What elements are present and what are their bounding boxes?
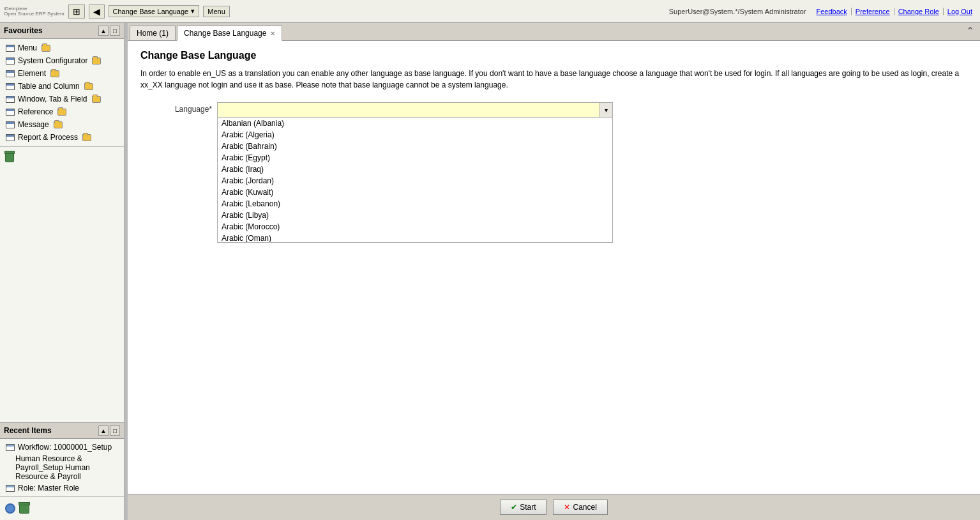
rp-folder-icon — [82, 133, 92, 142]
window-icon — [5, 56, 15, 65]
list-item[interactable]: Arabic (Oman) — [218, 233, 612, 242]
dropdown-arrow-icon: ▾ — [191, 7, 195, 15]
window-icon — [5, 82, 15, 91]
back-button[interactable]: ◀ — [89, 4, 105, 19]
sidebar-item-system-configurator[interactable]: System Configurator — [0, 54, 124, 67]
recent-item-payroll: Human Resource & Payroll_Setup Human Res… — [0, 453, 124, 482]
menu-button[interactable]: Menu — [203, 6, 230, 17]
favourites-collapse-btn[interactable]: ▲ — [98, 26, 109, 36]
page-description: In order to enable en_US as a translatio… — [140, 68, 967, 91]
list-item[interactable]: Arabic (Lebanon) — [218, 198, 612, 210]
content-area: Home (1) Change Base Language ✕ ⌃ Change… — [128, 23, 980, 520]
list-item[interactable]: Arabic (Jordan) — [218, 175, 612, 187]
list-item[interactable]: Arabic (Iraq) — [218, 164, 612, 175]
tab-home-label: Home (1) — [137, 29, 169, 38]
language-field: ▾ Albanian (Albania)Arabic (Algeria)Arab… — [217, 102, 613, 243]
tab-home[interactable]: Home (1) — [130, 26, 176, 40]
sidebar-item-menu[interactable]: Menu — [0, 42, 124, 54]
language-form-row: Language* ▾ Albanian (Albania)Arabic (Al… — [140, 102, 967, 243]
feedback-link[interactable]: Feedback — [813, 8, 852, 15]
start-label: Start — [520, 503, 536, 512]
list-item[interactable]: Albanian (Albania) — [218, 118, 612, 129]
role-icon — [5, 484, 15, 493]
start-check-icon: ✔ — [511, 503, 517, 512]
list-item[interactable]: Arabic (Algeria) — [218, 129, 612, 141]
topbar-right: SuperUser@System.*/System Administrator … — [669, 8, 976, 15]
menu-folder-icon — [41, 43, 51, 52]
sidebar-item-window-tab-field[interactable]: Window, Tab & Field — [0, 93, 124, 105]
recent-bottom-icons — [0, 500, 124, 517]
favourites-header: Favourites ▲ □ — [0, 23, 124, 39]
change-role-link[interactable]: Change Role — [894, 8, 944, 15]
page-content: Change Base Language In order to enable … — [128, 41, 980, 494]
window-icon — [5, 43, 15, 52]
window-icon — [5, 95, 15, 103]
main-layout: Favourites ▲ □ Menu System Configurator — [0, 23, 980, 520]
window-icon — [5, 69, 15, 78]
sidebar: Favourites ▲ □ Menu System Configurator — [0, 23, 124, 520]
collapse-button[interactable]: ⌃ — [962, 25, 978, 37]
current-window-label: Change Base Language — [113, 8, 189, 15]
role-label: Role: Master Role — [18, 484, 79, 493]
cancel-x-icon: ✕ — [564, 503, 570, 512]
page-title: Change Base Language — [140, 50, 967, 61]
list-item[interactable]: Arabic (Egypt) — [218, 152, 612, 164]
new-tab-button[interactable]: ⊞ — [68, 4, 85, 19]
favourites-header-buttons: ▲ □ — [98, 26, 120, 36]
recent-items-header: Recent Items ▲ □ — [0, 423, 124, 439]
preference-link[interactable]: Preference — [852, 8, 894, 15]
window-icon — [5, 107, 15, 116]
list-item[interactable]: Arabic (Morocco) — [218, 221, 612, 233]
reference-label: Reference — [18, 107, 53, 116]
table-column-label: Table and Column — [18, 82, 80, 91]
menu-item-label: Menu — [18, 43, 37, 52]
sc-folder-icon — [91, 56, 102, 65]
sidebar-item-reference[interactable]: Reference — [0, 105, 124, 118]
recent-item-workflow[interactable]: Workflow: 10000001_Setup — [0, 441, 124, 453]
element-folder-icon — [50, 69, 60, 78]
trash-icon[interactable] — [5, 152, 14, 162]
wtf-folder-icon — [91, 95, 102, 103]
language-dropdown-container: ▾ — [217, 102, 613, 118]
recent-expand-btn[interactable]: □ — [110, 425, 120, 436]
logo: iDempiere Open Source ERP System — [4, 6, 64, 17]
recent-trash-icon[interactable] — [19, 503, 29, 514]
bottom-toolbar: ✔ Start ✕ Cancel — [128, 494, 980, 520]
list-item[interactable]: Arabic (Libya) — [218, 210, 612, 221]
sidebar-item-report-process[interactable]: Report & Process — [0, 131, 124, 144]
workflow-icon — [5, 443, 15, 452]
recent-items-section: Recent Items ▲ □ Workflow: 10000001_Setu… — [0, 422, 124, 520]
language-dropdown-button[interactable]: ▾ — [600, 102, 613, 118]
sidebar-item-message[interactable]: Message — [0, 118, 124, 131]
language-label: Language* — [140, 102, 217, 114]
language-list: Albanian (Albania)Arabic (Algeria)Arabic… — [218, 118, 612, 242]
tc-folder-icon — [84, 82, 94, 91]
refresh-icon[interactable] — [5, 503, 15, 514]
message-label: Message — [18, 120, 49, 129]
list-item[interactable]: Arabic (Bahrain) — [218, 141, 612, 152]
start-button[interactable]: ✔ Start — [500, 500, 547, 515]
favourites-expand-btn[interactable]: □ — [110, 26, 120, 36]
sidebar-item-element[interactable]: Element — [0, 67, 124, 80]
tab-close-icon[interactable]: ✕ — [270, 30, 275, 37]
tab-change-base-language[interactable]: Change Base Language ✕ — [177, 26, 282, 41]
recent-label: Recent Items — [4, 426, 52, 435]
favourites-divider — [0, 146, 124, 147]
logout-link[interactable]: Log Out — [944, 8, 976, 15]
tab-cbl-label: Change Base Language — [184, 29, 266, 38]
user-info: SuperUser@System.*/System Administrator — [669, 8, 806, 15]
recent-item-role[interactable]: Role: Master Role — [0, 482, 124, 494]
recent-collapse-btn[interactable]: ▲ — [98, 425, 109, 436]
element-label: Element — [18, 69, 46, 78]
window-icon — [5, 133, 15, 142]
window-icon — [5, 120, 15, 129]
window-title-button[interactable]: Change Base Language ▾ — [109, 5, 200, 17]
language-input[interactable] — [217, 102, 600, 118]
cancel-label: Cancel — [573, 503, 596, 512]
list-item[interactable]: Arabic (Kuwait) — [218, 187, 612, 198]
favourites-label: Favourites — [4, 26, 43, 35]
cancel-button[interactable]: ✕ Cancel — [553, 500, 607, 515]
report-process-label: Report & Process — [18, 133, 78, 142]
sidebar-item-table-column[interactable]: Table and Column — [0, 80, 124, 93]
system-configurator-label: System Configurator — [18, 56, 87, 65]
